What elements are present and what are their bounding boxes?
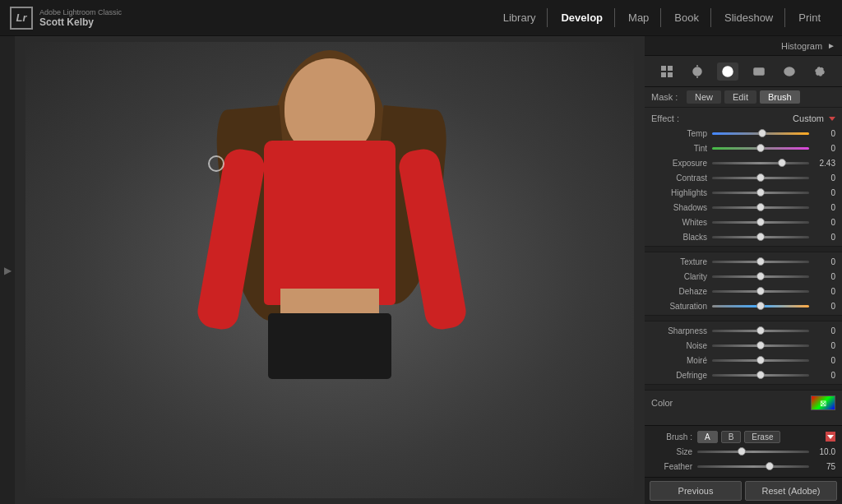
svg-point-7: [723, 67, 733, 76]
slider-value-exposure: 2.43: [812, 159, 835, 168]
mask-new-button[interactable]: New: [687, 90, 721, 104]
slider-name-whites: Whites: [651, 218, 707, 227]
slider-track-temp: [712, 132, 809, 135]
slider-thumb-dehaze[interactable]: [756, 287, 765, 295]
brush-feather-label: Feather: [651, 462, 692, 471]
slider-track-wrap-defringe[interactable]: [712, 369, 809, 381]
slider-name-saturation: Saturation: [651, 302, 707, 311]
brush-feather-thumb[interactable]: [766, 462, 774, 470]
brush-dropdown-button[interactable]: [826, 432, 835, 442]
mask-edit-button[interactable]: Edit: [724, 90, 756, 104]
brush-tool-icon[interactable]: [809, 62, 830, 81]
radial-tool-icon[interactable]: [779, 62, 800, 81]
slider-track-wrap-shadows[interactable]: [712, 201, 809, 213]
slider-track-wrap-texture[interactable]: [712, 256, 809, 267]
slider-value-blacks: 0: [812, 233, 835, 242]
nav-develop[interactable]: Develop: [549, 8, 615, 27]
nav-slideshow[interactable]: Slideshow: [713, 8, 785, 27]
slider-thumb-temp[interactable]: [758, 129, 766, 137]
slider-thumb-sharpness[interactable]: [756, 326, 765, 335]
histogram-collapse-icon[interactable]: ►: [827, 41, 835, 50]
slider-track-wrap-moir[interactable]: [712, 354, 809, 366]
slider-value-temp: 0: [812, 129, 835, 138]
left-panel-arrow-icon: ▶: [4, 265, 12, 276]
slider-track-wrap-noise[interactable]: [712, 340, 809, 351]
slider-track-wrap-sharpness[interactable]: [712, 325, 809, 336]
brush-type-label: Brush :: [651, 432, 692, 442]
slider-track-wrap-dehaze[interactable]: [712, 285, 809, 297]
slider-track-wrap-exposure[interactable]: [712, 157, 809, 169]
slider-name-moir: Moiré: [651, 356, 707, 365]
brush-feather-track-wrap[interactable]: [697, 460, 809, 472]
effect-dropdown[interactable]: Custom: [793, 113, 835, 123]
main-content: ▶: [0, 36, 842, 504]
slider-row-moir: Moiré0: [645, 353, 842, 368]
mask-brush-button[interactable]: Brush: [760, 90, 800, 104]
slider-thumb-tint[interactable]: [756, 144, 765, 152]
mask-label: Mask :: [651, 92, 680, 102]
slider-track-wrap-whites[interactable]: [712, 216, 809, 228]
top-bar: Lr Adobe Lightroom Classic Scott Kelby L…: [0, 0, 842, 36]
color-swatch[interactable]: ⊠: [811, 395, 835, 410]
brush-overlay-dot: [208, 155, 224, 172]
slider-track-wrap-saturation[interactable]: [712, 300, 809, 312]
slider-name-contrast: Contrast: [651, 173, 707, 183]
nav-library[interactable]: Library: [492, 8, 548, 27]
brush-feather-track: [697, 465, 809, 468]
slider-thumb-saturation[interactable]: [756, 302, 765, 310]
slider-row-highlights: Highlights0: [645, 185, 842, 200]
effect-label: Effect :: [651, 113, 692, 123]
slider-thumb-exposure[interactable]: [778, 159, 786, 167]
slider-value-tint: 0: [812, 144, 835, 153]
slider-thumb-moir[interactable]: [756, 356, 765, 364]
slider-thumb-clarity[interactable]: [756, 272, 765, 280]
slider-value-moir: 0: [812, 356, 835, 365]
brush-size-track-wrap[interactable]: [697, 446, 809, 457]
tool-icons-row: [645, 56, 842, 87]
brush-a-button[interactable]: A: [697, 431, 718, 443]
slider-track-blacks: [712, 236, 809, 238]
slider-track-texture: [712, 261, 809, 263]
nav-book[interactable]: Book: [663, 8, 711, 27]
slider-row-temp: Temp0: [645, 126, 842, 141]
slider-track-wrap-blacks[interactable]: [712, 231, 809, 243]
slider-thumb-shadows[interactable]: [756, 203, 765, 211]
brush-erase-button[interactable]: Erase: [744, 431, 780, 443]
color-swatch-icon: ⊠: [820, 399, 826, 408]
brush-feather-value: 75: [812, 462, 835, 471]
spot-tool-icon[interactable]: [717, 62, 738, 81]
slider-track-wrap-tint[interactable]: [712, 142, 809, 154]
reset-button[interactable]: Reset (Adobe): [745, 481, 837, 501]
brush-size-track: [697, 451, 809, 453]
nav-print[interactable]: Print: [787, 8, 832, 27]
right-panel: Histogram ►: [645, 36, 842, 504]
slider-thumb-highlights[interactable]: [756, 188, 765, 197]
slider-thumb-texture[interactable]: [756, 257, 765, 266]
user-name: Scott Kelby: [39, 16, 122, 28]
brush-size-thumb[interactable]: [738, 447, 746, 455]
sliders-container: Temp0Tint0Exposure2.43Contrast0Highlight…: [645, 126, 842, 382]
slider-value-defringe: 0: [812, 371, 835, 380]
nav-map[interactable]: Map: [617, 8, 661, 27]
photo-area: [15, 36, 645, 504]
slider-track-wrap-contrast[interactable]: [712, 172, 809, 183]
slider-track-wrap-clarity[interactable]: [712, 270, 809, 282]
previous-button[interactable]: Previous: [650, 481, 742, 501]
slider-thumb-defringe[interactable]: [756, 371, 765, 379]
slider-row-saturation: Saturation0: [645, 298, 842, 313]
left-panel-toggle[interactable]: ▶: [0, 36, 15, 504]
slider-thumb-blacks[interactable]: [756, 233, 765, 241]
slider-track-wrap-highlights[interactable]: [712, 187, 809, 198]
brush-b-button[interactable]: B: [721, 431, 742, 443]
slider-thumb-whites[interactable]: [756, 218, 765, 226]
crop-tool-icon[interactable]: [687, 62, 708, 81]
brush-size-value: 10.0: [812, 447, 835, 456]
brush-size-label: Size: [651, 447, 692, 456]
slider-track-wrap-temp[interactable]: [712, 127, 809, 139]
slider-thumb-contrast[interactable]: [756, 173, 765, 182]
grid-tool-icon[interactable]: [656, 62, 678, 81]
effect-row: Effect : Custom: [645, 111, 842, 126]
brush-type-row: Brush : A B Erase: [645, 429, 842, 444]
slider-thumb-noise[interactable]: [756, 341, 765, 349]
rect-tool-icon[interactable]: [748, 62, 770, 81]
